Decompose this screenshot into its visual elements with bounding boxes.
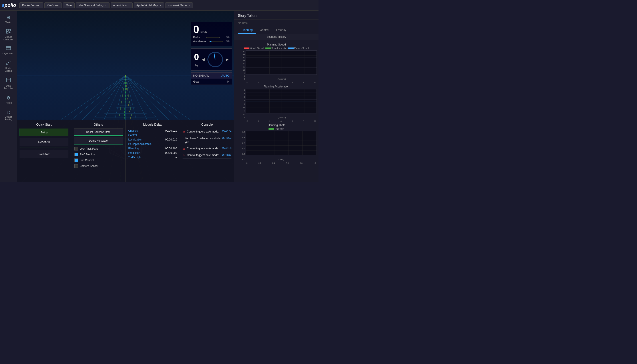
gauge-left-arrow[interactable]: ◀ — [202, 57, 205, 62]
brake-value: 0% — [226, 36, 229, 39]
start-auto-button[interactable]: Start Auto — [20, 150, 69, 158]
delay-val: 00:00.010 — [165, 129, 177, 132]
scenario-select[interactable]: -- scenarioSet -- ▼ — [165, 2, 193, 8]
console-text: Control triggers safe mode: — [187, 130, 221, 134]
data-recorder-icon — [6, 78, 11, 84]
sidebar-item-default-routing[interactable]: ◎ Default Routing — [1, 107, 16, 123]
bottom-panels: Quick Start Setup Reset All Start Auto O… — [17, 120, 234, 182]
sidebar-item-route-editing[interactable]: Route Editing — [1, 58, 16, 74]
tab-planning[interactable]: Planning — [238, 26, 256, 34]
gear-row: Gear N — [191, 78, 232, 84]
scenario-history-button[interactable]: Scenario History — [234, 34, 319, 40]
setup-button[interactable]: Setup — [20, 128, 69, 136]
scenario-dropdown-arrow: ▼ — [188, 4, 190, 6]
vehicle-speed-color — [244, 48, 249, 49]
pnc-monitor-checkbox[interactable] — [75, 153, 78, 156]
right-panel: Story Tellers No Data Planning Control L… — [234, 11, 319, 182]
no-signal-label: NO SIGNAL — [193, 74, 209, 77]
delay-name: TrafficLight — [128, 156, 142, 159]
delay-val: 00:00.099 — [165, 151, 177, 154]
svg-rect-6 — [6, 48, 11, 49]
charts-section: Planning Speed VehicleSpeed SpeedHeurist… — [234, 40, 319, 182]
planning-theta-x-axis: 00.20.40.60.81.0 — [246, 162, 317, 164]
planning-theta-chart-wrapper: 1.00.80.60.40.20.0 — [236, 131, 317, 164]
reset-all-button[interactable]: Reset All — [20, 138, 69, 146]
planning-speed-chart-wrapper: 4035302520151050-9 — [236, 50, 317, 84]
story-tellers-header: Story Tellers — [234, 11, 319, 20]
console-title: Console — [183, 123, 231, 126]
accel-fill — [210, 41, 211, 42]
trajectory-color — [269, 128, 274, 130]
delay-name: Prediction — [128, 151, 140, 154]
sidebar-item-module-controller[interactable]: Module Controller — [1, 27, 16, 43]
tab-control[interactable]: Control — [256, 26, 273, 34]
route-editing-icon — [6, 60, 11, 66]
module-dropdown-arrow: ▼ — [105, 4, 107, 6]
vehicle-select[interactable]: -- vehicle -- ▼ — [111, 2, 133, 8]
hud-gauge: 0 % ◀ ▶ — [191, 48, 232, 70]
vehicle-speed-legend: VehicleSpeed — [244, 47, 264, 50]
console-entry: ⚠ Control triggers safe mode: 15:43:53 — [183, 152, 231, 159]
chart-grid — [246, 50, 317, 74]
gear-label: Gear — [193, 80, 200, 83]
map-area[interactable]: 0 km/h Brake 0% Accelerator 0% — [17, 11, 234, 182]
speed-heuristic-color — [265, 48, 271, 49]
gauge-right-arrow[interactable]: ▶ — [226, 57, 229, 62]
co-driver-button[interactable]: Co-Driver — [45, 2, 62, 8]
camera-sensor-row: Camera Sensor — [74, 163, 123, 169]
sidebar: ⊞ Tasks Module Controller — [0, 11, 17, 182]
quick-start-panel: Quick Start Setup Reset All Start Auto — [17, 120, 71, 182]
sidebar-item-data-recorder[interactable]: Data Recorder — [1, 76, 16, 92]
right-panel-tabs: Planning Control Latency — [234, 26, 319, 34]
sidebar-item-profile[interactable]: ⚙ Profile — [1, 93, 16, 106]
auto-button[interactable]: AUTO — [221, 74, 229, 77]
camera-sensor-checkbox[interactable] — [75, 164, 78, 168]
lock-task-row: Lock Task Panel — [74, 146, 123, 152]
sim-control-checkbox[interactable] — [75, 158, 78, 162]
delay-val: – — [176, 142, 177, 146]
logo: apollo — [2, 2, 16, 8]
sidebar-item-tasks[interactable]: ⊞ Tasks — [1, 12, 16, 26]
tab-latency[interactable]: Latency — [273, 26, 290, 34]
sim-control-label: Sim Control — [80, 159, 94, 162]
gear-value: N — [227, 80, 229, 83]
delay-name: Localization — [128, 138, 142, 141]
planning-speed-chart — [246, 50, 317, 75]
accel-bar — [209, 40, 223, 42]
map-select[interactable]: Apollo Virutal Map ▼ — [134, 2, 164, 8]
pnc-monitor-row: PNC Monitor — [74, 152, 123, 157]
module-delay-title: Module Delay — [128, 123, 177, 126]
module-delay-panel: Module Delay Chassis00:00.010Control–Loc… — [126, 120, 180, 182]
module-select[interactable]: Mkz Standard Debug ▼ — [76, 2, 110, 8]
speed-unit: km/h — [201, 30, 207, 34]
console-time: 15:43:54 — [222, 130, 231, 132]
lock-task-checkbox[interactable] — [75, 147, 78, 150]
console-entry: ⚠ Control triggers safe mode: 15:43:53 — [183, 146, 231, 152]
planning-speed-x-axis: -20246810 — [246, 82, 317, 84]
svg-rect-5 — [6, 46, 11, 48]
planning-accel-x-label: t (second) — [246, 116, 317, 119]
sidebar-item-layer-menu[interactable]: Layer Menu — [1, 44, 16, 57]
delay-name: Control — [128, 134, 137, 137]
delay-row: TrafficLight– — [128, 155, 177, 160]
console-icon: ⚠ — [183, 153, 186, 157]
gauge-needle — [214, 53, 215, 60]
console-icon: ⚠ — [183, 130, 186, 134]
gauge-pct: % — [195, 64, 198, 67]
lock-task-label: Lock Task Panel — [80, 147, 99, 150]
console-text: You haven't selected a vehicle yet! — [185, 136, 221, 144]
reset-backend-button[interactable]: Reset Backend Data — [74, 128, 123, 136]
others-title: Others — [74, 123, 123, 126]
hud-speed: 0 km/h Brake 0% Accelerator 0% — [191, 22, 232, 46]
console-text: Control triggers safe mode: — [187, 153, 221, 157]
planning-theta-title: Planning Theta — [236, 124, 317, 127]
delay-val: 00:00.010 — [165, 138, 177, 141]
planning-accel-x-axis: -20246810 — [246, 120, 317, 122]
mute-button[interactable]: Mute — [63, 2, 75, 8]
docker-version-button[interactable]: Docker Version — [19, 2, 43, 8]
speed-value: 0 — [193, 24, 199, 35]
dump-message-button[interactable]: Dump Message — [74, 137, 123, 144]
gauge-value: 0 — [194, 52, 199, 62]
console-time: 15:43:53 — [222, 147, 231, 149]
delay-row: Control– — [128, 133, 177, 138]
